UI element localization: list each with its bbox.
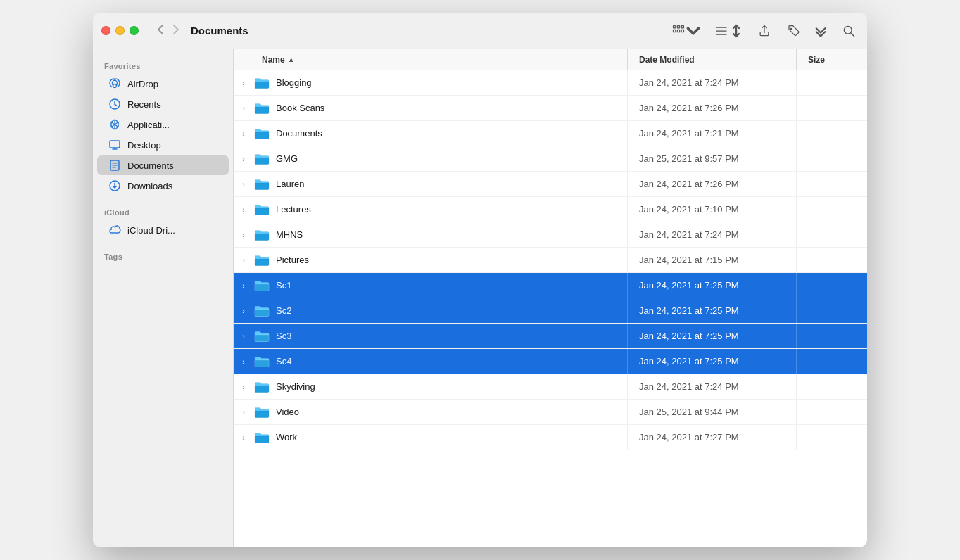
share-button[interactable] [754,21,774,41]
svg-line-11 [851,32,854,36]
table-row[interactable]: › Blogging Jan 24, 2021 at 7:24 PM [234,70,867,96]
sidebar-item-icloud-drive[interactable]: iCloud Dri... [97,220,229,240]
expand-chevron-icon[interactable]: › [234,307,253,315]
expand-chevron-icon[interactable]: › [234,357,253,366]
folder-icon [253,355,270,369]
file-name-text: Book Scans [276,103,324,113]
file-modified-date: Jan 24, 2021 at 7:15 PM [628,248,797,272]
applications-icon [108,118,121,131]
close-button[interactable] [101,26,110,35]
sidebar-item-airdrop[interactable]: AirDrop [97,74,229,94]
file-name-text: Sc1 [276,280,291,291]
file-size-value [797,374,867,399]
file-name-column: › Lauren [234,172,628,196]
folder-icon [253,279,270,293]
table-row[interactable]: › Sc4 Jan 24, 2021 at 7:25 PM [234,349,867,374]
table-row[interactable]: › Lauren Jan 24, 2021 at 7:26 PM [234,172,867,197]
file-name-text: Sc3 [276,331,291,341]
expand-chevron-icon[interactable]: › [234,332,253,341]
file-modified-date: Jan 25, 2021 at 9:44 PM [628,400,797,424]
expand-chevron-icon[interactable]: › [234,104,253,113]
file-modified-date: Jan 25, 2021 at 9:57 PM [628,146,797,171]
table-row[interactable]: › Video Jan 25, 2021 at 9:44 PM [234,400,867,425]
file-size-value [797,222,867,247]
file-name-text: MHNS [276,229,303,240]
expand-chevron-icon[interactable]: › [234,383,253,391]
filelist-header: Name ▲ Date Modified Size [234,49,867,70]
expand-chevron-icon[interactable]: › [234,281,253,290]
expand-chevron-icon[interactable]: › [234,180,253,189]
expand-chevron-icon[interactable]: › [234,433,253,442]
folder-icon [253,152,270,166]
file-modified-date: Jan 24, 2021 at 7:24 PM [628,374,797,399]
expand-chevron-icon[interactable]: › [234,408,253,416]
table-row[interactable]: › Pictures Jan 24, 2021 at 7:15 PM [234,248,867,273]
table-row[interactable]: › Book Scans Jan 24, 2021 at 7:26 PM [234,96,867,121]
file-name-column: › Sc2 [234,298,628,323]
file-modified-date: Jan 24, 2021 at 7:25 PM [628,349,797,374]
expand-chevron-icon[interactable]: › [234,155,253,163]
column-modified-header[interactable]: Date Modified [628,49,797,70]
sidebar-item-downloads[interactable]: Downloads [97,176,229,196]
file-modified-date: Jan 24, 2021 at 7:25 PM [628,324,797,348]
table-row[interactable]: › Work Jan 24, 2021 at 7:27 PM [234,425,867,450]
sort-button[interactable] [712,21,746,41]
file-name-text: Video [276,407,299,417]
folder-icon [253,304,270,318]
table-row[interactable]: › Sc1 Jan 24, 2021 at 7:25 PM [234,273,867,298]
folder-icon [253,431,270,445]
column-size-header[interactable]: Size [797,49,867,70]
file-name-text: Work [276,432,297,443]
file-size-value [797,349,867,374]
sidebar-item-recents[interactable]: Recents [97,94,229,114]
file-name-text: Documents [276,128,322,139]
expand-chevron-icon[interactable]: › [234,231,253,239]
file-size-value [797,197,867,222]
file-size-value [797,172,867,196]
folder-icon [253,76,270,90]
table-row[interactable]: › Lectures Jan 24, 2021 at 7:10 PM [234,197,867,222]
tags-label: Tags [93,248,233,264]
svg-rect-1 [677,25,679,27]
file-name-column: › Blogging [234,70,628,95]
forward-button[interactable] [168,21,184,41]
airdrop-label: AirDrop [127,79,158,89]
file-name-text: GMG [276,153,298,164]
main-content: Favorites AirDrop [93,49,867,547]
expand-chevron-icon[interactable]: › [234,205,253,214]
back-button[interactable] [153,21,168,41]
expand-chevron-icon[interactable]: › [234,79,253,87]
toolbar-controls [669,21,859,41]
file-name-column: › Sc1 [234,273,628,298]
maximize-button[interactable] [130,26,139,35]
tag-button[interactable] [783,21,802,41]
column-name-header[interactable]: Name ▲ [234,49,628,70]
sidebar-item-desktop[interactable]: Desktop [97,135,229,155]
table-row[interactable]: › Documents Jan 24, 2021 at 7:21 PM [234,121,867,146]
table-row[interactable]: › Sc2 Jan 24, 2021 at 7:25 PM [234,298,867,324]
search-button[interactable] [839,21,859,41]
table-row[interactable]: › Skydiving Jan 24, 2021 at 7:24 PM [234,374,867,400]
desktop-label: Desktop [127,140,161,151]
table-row[interactable]: › GMG Jan 25, 2021 at 9:57 PM [234,146,867,172]
svg-rect-3 [674,30,676,32]
svg-rect-2 [681,25,683,27]
file-name-column: › Skydiving [234,374,628,399]
view-options-button[interactable] [669,21,703,41]
more-button[interactable] [811,21,830,41]
icloud-label: iCloud [93,204,233,219]
file-name-column: › MHNS [234,222,628,247]
sidebar-item-documents[interactable]: Documents [97,155,229,175]
folder-icon [253,253,270,267]
minimize-button[interactable] [115,26,125,35]
file-size-value [797,400,867,424]
folder-icon [253,127,270,141]
sort-arrow-icon: ▲ [288,56,295,63]
sidebar-item-applications[interactable]: Applicati... [97,115,229,134]
table-row[interactable]: › Sc3 Jan 24, 2021 at 7:25 PM [234,324,867,349]
file-name-column: › Lectures [234,197,628,222]
downloads-label: Downloads [127,181,172,191]
expand-chevron-icon[interactable]: › [234,256,253,265]
expand-chevron-icon[interactable]: › [234,129,253,138]
table-row[interactable]: › MHNS Jan 24, 2021 at 7:24 PM [234,222,867,248]
